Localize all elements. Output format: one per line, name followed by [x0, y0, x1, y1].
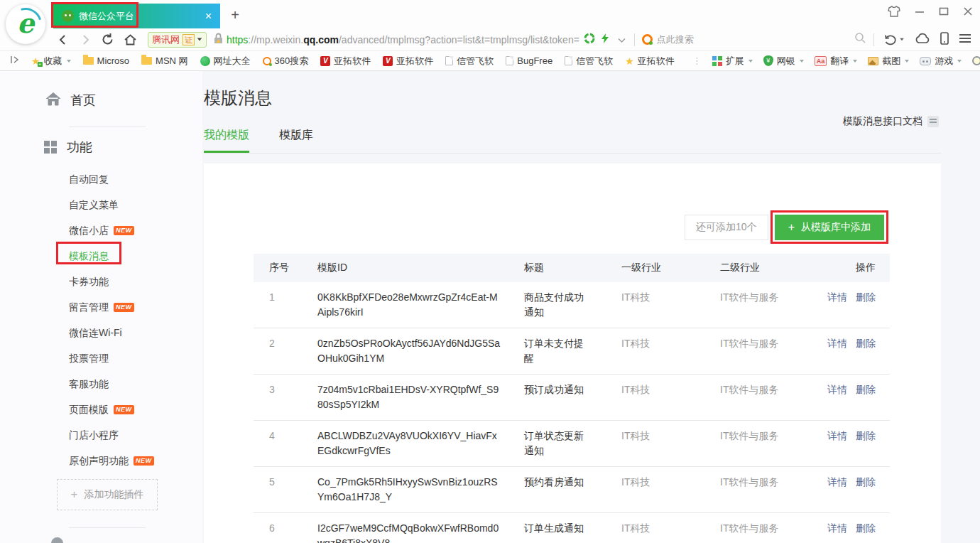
- minimize-button[interactable]: [915, 6, 925, 16]
- sidebar-divider: [69, 527, 146, 528]
- doc-link-label: 模版消息接口文档: [843, 115, 922, 128]
- speed-bolt-icon[interactable]: [601, 33, 609, 47]
- detail-link[interactable]: 详情: [827, 338, 847, 349]
- tab-weixin-mp[interactable]: 微信公众平台 ×: [53, 4, 220, 28]
- tool-password-manager[interactable]: 登录管家: [972, 55, 980, 68]
- tool-netbank[interactable]: ¥网银: [763, 55, 804, 68]
- delete-link[interactable]: 删除: [856, 476, 876, 488]
- sidebar-item-template-message[interactable]: 模板消息: [0, 243, 202, 269]
- cloud-sync-icon[interactable]: [915, 33, 930, 47]
- sidebar-item-custom-menu[interactable]: 自定义菜单: [0, 192, 202, 217]
- toolbar-separator-2: [873, 33, 874, 46]
- document-icon: [927, 116, 939, 127]
- sidebar-item-original-statement[interactable]: 原创声明功能NEW: [0, 448, 202, 473]
- add-plugin-label: 添加功能插件: [84, 488, 143, 501]
- sidebar-item-auto-reply[interactable]: 自动回复: [0, 166, 202, 192]
- forward-button[interactable]: [79, 33, 92, 46]
- bookmark-item[interactable]: ★亚拓软件: [625, 55, 675, 68]
- red-app-icon: V: [383, 56, 393, 66]
- sidebar-section-features[interactable]: 功能: [44, 134, 92, 160]
- bookmark-item[interactable]: BugFree: [506, 55, 552, 66]
- browser-logo[interactable]: e: [6, 4, 45, 44]
- bookmark-item[interactable]: 信管飞软: [565, 55, 613, 68]
- sidebar-item-wifi[interactable]: 微信连Wi-Fi: [0, 320, 202, 345]
- tab-close-icon[interactable]: ×: [205, 11, 212, 22]
- detail-link[interactable]: 详情: [827, 476, 847, 488]
- extension-circle-icon[interactable]: [584, 33, 595, 47]
- detail-link[interactable]: 详情: [827, 291, 847, 303]
- sidebar-item-store-miniprogram[interactable]: 门店小程序: [0, 422, 202, 448]
- sidebar-item-wechat-store[interactable]: 微信小店NEW: [0, 217, 202, 243]
- detail-link[interactable]: 详情: [827, 430, 847, 441]
- delete-link[interactable]: 删除: [856, 522, 876, 534]
- add-from-library-button[interactable]: + 从模版库中添加: [775, 215, 884, 240]
- favorites-menu[interactable]: ★+ 收藏: [31, 55, 71, 68]
- sidebar-item-page-template[interactable]: 页面模版NEW: [0, 397, 202, 422]
- table-row: 5 Co_7PmGk5Rh5IHxyySwSvnBiz1ouzRSYm6Oa1H…: [254, 467, 890, 513]
- tool-extensions[interactable]: 扩展: [712, 55, 753, 68]
- bookmark-item[interactable]: 信管飞软: [445, 55, 494, 68]
- sidebar-item-home[interactable]: 首页: [45, 87, 96, 113]
- sidebar-item-customer-service[interactable]: 客服功能: [0, 371, 202, 397]
- content-card: 还可添加10个 + 从模版库中添加 序号 模版ID 标题 一级行业: [204, 163, 941, 543]
- url-prefix: ://mp.weixin.: [248, 34, 303, 45]
- new-tab-button[interactable]: +: [226, 7, 244, 23]
- bookmark-item[interactable]: MSN 网: [141, 55, 188, 68]
- refresh-button[interactable]: [101, 33, 114, 46]
- screenshot-icon: [868, 57, 878, 65]
- tool-games[interactable]: 游戏: [920, 55, 962, 68]
- delete-link[interactable]: 删除: [856, 338, 876, 349]
- tool-translate[interactable]: Aa翻译: [815, 55, 858, 68]
- badge-caret-icon[interactable]: [197, 38, 202, 41]
- address-bar[interactable]: https://mp.weixin.qq.com/advanced/tmplms…: [227, 34, 579, 45]
- browser-logo-e-icon: e: [17, 7, 34, 39]
- tab-my-templates[interactable]: 我的模版: [204, 128, 249, 153]
- bookmark-item[interactable]: V亚拓软件: [320, 55, 371, 68]
- star-icon: ★: [625, 56, 634, 66]
- bookmark-item[interactable]: 360搜索: [263, 55, 309, 68]
- close-window-button[interactable]: [963, 6, 973, 16]
- delete-link[interactable]: 删除: [856, 430, 876, 441]
- folder-icon: [141, 57, 152, 65]
- magnifier-icon[interactable]: [854, 32, 866, 47]
- maximize-button[interactable]: [939, 6, 949, 16]
- site-identity-badge[interactable]: 腾讯网 证: [148, 32, 207, 48]
- sidebar-item-comment-manage[interactable]: 留言管理NEW: [0, 294, 202, 320]
- undo-history-icon[interactable]: [884, 34, 905, 45]
- col-header-actions: 操作: [824, 254, 890, 282]
- quota-remaining-text: 还可添加10个: [685, 215, 768, 240]
- new-badge: NEW: [114, 405, 134, 414]
- undo-caret-icon[interactable]: [900, 38, 904, 41]
- bookmarks-panel-toggle-icon[interactable]: [10, 55, 19, 66]
- sidebar-item-vote-manage[interactable]: 投票管理: [0, 345, 202, 371]
- caret-icon: [957, 60, 962, 63]
- bookmarks-overflow-icon[interactable]: ⋮: [692, 55, 702, 66]
- bookmark-item[interactable]: 网址大全: [200, 55, 251, 68]
- sidebar-item-card-coupon[interactable]: 卡券功能: [0, 269, 202, 294]
- delete-link[interactable]: 删除: [856, 384, 876, 395]
- home-button[interactable]: [124, 33, 137, 46]
- so360-icon: [263, 57, 271, 65]
- delete-link[interactable]: 删除: [856, 291, 876, 303]
- site-name: 腾讯网: [152, 33, 180, 46]
- sidebar: 首页 功能 自动回复 自定义菜单 微信小店NEW 模板消息 卡券功能 留言管理N…: [0, 71, 202, 543]
- bookmark-item[interactable]: V亚拓软件: [383, 55, 433, 68]
- search-field[interactable]: 点此搜索: [642, 32, 866, 47]
- mobile-phone-icon[interactable]: [940, 32, 949, 48]
- template-api-doc-link[interactable]: 模版消息接口文档: [843, 115, 939, 128]
- detail-link[interactable]: 详情: [827, 522, 847, 534]
- table-row: 4 ABCLWDBZu2VAy8VUOkXI6YV_HiavFxEGdkcwrF…: [254, 421, 890, 467]
- theme-icon[interactable]: [888, 6, 900, 17]
- add-plugin-button[interactable]: + 添加功能插件: [57, 479, 158, 510]
- sidebar-home-label: 首页: [70, 92, 96, 109]
- browser-tab-bar: e 微信公众平台 × +: [0, 0, 980, 28]
- tab-template-library[interactable]: 模版库: [279, 128, 313, 153]
- translate-icon: Aa: [815, 56, 827, 66]
- address-caret-icon[interactable]: [615, 33, 628, 46]
- tool-screenshot[interactable]: 截图: [868, 55, 909, 68]
- back-button[interactable]: [57, 33, 70, 46]
- detail-link[interactable]: 详情: [827, 384, 847, 395]
- menu-hamburger-icon[interactable]: [959, 33, 971, 46]
- table-row: 2 0znZb5OsPRoOkAyctf56JAYd6NdJG5SaOHuk0G…: [254, 328, 890, 375]
- bookmark-item[interactable]: Microso: [83, 55, 130, 66]
